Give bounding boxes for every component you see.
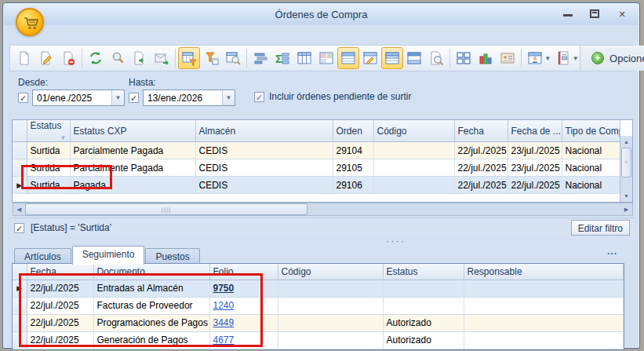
annotation-box-status xyxy=(21,165,112,189)
title-bar[interactable]: Órdenes de Compra ✕ xyxy=(4,4,639,25)
col-tipo-compra[interactable]: Tipo de Compra xyxy=(562,120,620,142)
col-estatus[interactable]: Estatus xyxy=(383,264,464,280)
send-mail-icon[interactable] xyxy=(151,47,173,69)
hasta-date-value: 13/ene./2026 xyxy=(144,90,222,105)
grid-columns-icon[interactable] xyxy=(293,47,315,69)
filter-checkbox[interactable]: ✓ xyxy=(14,223,24,233)
tab-articulos[interactable]: Artículos xyxy=(14,248,71,265)
restore-button[interactable] xyxy=(590,9,599,18)
filter-bar: ✓ [Estatus] = 'Surtida' Editar filtro xyxy=(9,218,635,237)
scroll-thumb[interactable]: ≡ xyxy=(621,148,631,177)
edit-icon[interactable] xyxy=(35,47,57,69)
print-preview-icon[interactable] xyxy=(425,47,447,69)
refresh-icon[interactable] xyxy=(85,47,107,69)
memo-icon[interactable] xyxy=(552,47,574,69)
grid-find-icon[interactable] xyxy=(222,47,244,69)
window-title: Órdenes de Compra xyxy=(4,9,639,20)
card-view-icon[interactable] xyxy=(497,47,518,69)
hasta-label: Hasta: xyxy=(129,77,156,88)
layout-tiles-icon[interactable] xyxy=(453,47,475,69)
delete-document-icon[interactable] xyxy=(57,47,79,69)
scroll-up-icon[interactable]: ▲ xyxy=(620,136,632,148)
svg-text:Σ: Σ xyxy=(275,52,282,65)
annotation-box-tracking xyxy=(19,273,263,347)
orders-grid: Estatus▼ Estatus CXP Almacén Orden Códig… xyxy=(12,119,633,203)
hasta-date-input[interactable]: 13/ene./2026 ▼ xyxy=(143,90,235,106)
col-almacen[interactable]: Almacén xyxy=(195,120,333,142)
sum-icon[interactable]: Σ xyxy=(271,47,293,69)
grid-format-icon[interactable] xyxy=(315,47,337,69)
grid-footer-icon[interactable] xyxy=(403,47,425,69)
main-toolbar: Σ ▾ ▾ + Opciones xyxy=(9,45,635,71)
export-icon[interactable] xyxy=(129,47,151,69)
edit-filter-button[interactable]: Editar filtro xyxy=(571,220,630,236)
options-label: Opciones xyxy=(609,53,644,64)
scroll-right-icon[interactable]: ▶ xyxy=(620,203,632,215)
tabs-menu-icon[interactable]: ... xyxy=(607,246,617,257)
new-document-icon[interactable] xyxy=(13,47,35,69)
col-fecha-de[interactable]: Fecha de ... xyxy=(508,120,562,142)
memo-dropdown-icon[interactable]: ▾ xyxy=(574,54,578,62)
include-pending-checkbox[interactable]: ✓ xyxy=(254,92,264,102)
orders-header-row: Estatus▼ Estatus CXP Almacén Orden Códig… xyxy=(13,120,620,142)
minimize-button[interactable] xyxy=(563,9,573,16)
user-view-icon[interactable] xyxy=(524,47,546,69)
orders-vertical-scrollbar[interactable]: ▲ ≡ ▼ xyxy=(620,136,632,202)
order-row[interactable]: SurtidaParcialmente Pagada CEDIS29104 22… xyxy=(13,142,620,159)
include-pending-label: Incluir órdenes pendiente de surtir xyxy=(269,91,411,102)
orders-window: Órdenes de Compra ✕ Σ xyxy=(2,2,640,349)
grid-filter-icon[interactable] xyxy=(178,47,200,69)
col-codigo[interactable]: Código xyxy=(278,264,383,280)
col-fecha[interactable]: Fecha xyxy=(454,120,508,142)
user-view-dropdown-icon[interactable]: ▾ xyxy=(546,54,550,62)
col-orden[interactable]: Orden xyxy=(333,120,373,142)
grid-funnel-icon[interactable] xyxy=(200,47,222,69)
hasta-checkbox[interactable]: ✓ xyxy=(129,93,139,103)
group-rows-icon[interactable] xyxy=(249,47,271,69)
orders-horizontal-scrollbar[interactable]: ◀ |||| ▶ xyxy=(13,203,633,216)
scroll-down-icon[interactable]: ▼ xyxy=(620,190,632,202)
tab-puestos[interactable]: Puestos xyxy=(145,248,199,265)
close-button[interactable]: ✕ xyxy=(617,9,628,19)
desde-label: Desde: xyxy=(18,77,48,88)
plus-icon: + xyxy=(591,52,604,64)
tab-seguimiento[interactable]: Seguimiento xyxy=(72,246,145,265)
desde-dropdown-icon[interactable]: ▼ xyxy=(111,90,124,105)
filter-funnel-icon[interactable]: ▼ xyxy=(60,134,67,141)
detail-tabs: Artículos Seguimiento Puestos xyxy=(14,246,201,265)
search-icon[interactable] xyxy=(107,47,129,69)
desde-checkbox[interactable]: ✓ xyxy=(18,93,28,103)
shopping-cart-icon xyxy=(16,8,44,36)
bar-chart-icon[interactable] xyxy=(475,47,497,69)
grid-formula-icon[interactable] xyxy=(359,47,381,69)
desde-date-input[interactable]: 01/ene./2025 ▼ xyxy=(32,90,125,106)
col-codigo[interactable]: Código xyxy=(373,120,454,142)
hscroll-thumb[interactable]: |||| xyxy=(25,203,307,215)
col-responsable[interactable]: Responsable xyxy=(464,264,623,280)
scroll-left-icon[interactable]: ◀ xyxy=(13,203,25,215)
options-button[interactable]: + Opciones xyxy=(580,46,644,71)
splitter-grip-icon[interactable]: ···· xyxy=(386,238,406,244)
desde-date-value: 01/ene./2025 xyxy=(33,90,111,105)
filter-expression: [Estatus] = 'Surtida' xyxy=(31,222,111,233)
col-estatus-cxp[interactable]: Estatus CXP xyxy=(70,120,195,142)
grid-bands-icon[interactable] xyxy=(381,47,403,69)
grid-view-icon[interactable] xyxy=(337,47,359,69)
hasta-dropdown-icon[interactable]: ▼ xyxy=(222,90,235,105)
col-estatus[interactable]: Estatus▼ xyxy=(27,120,70,142)
